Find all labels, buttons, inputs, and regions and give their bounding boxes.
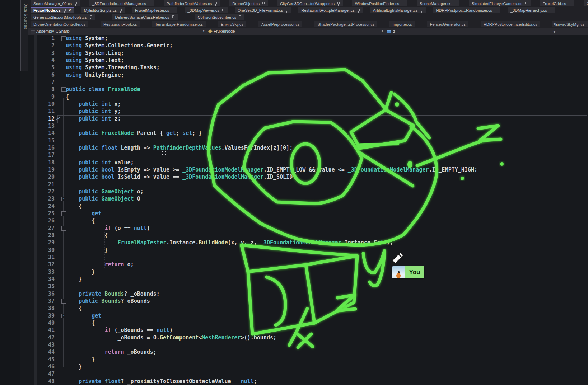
- fold-toggle-icon[interactable]: -: [61, 299, 66, 304]
- code-text: using System.Linq;: [66, 50, 124, 57]
- type-dropdown[interactable]: FruxelNode: [214, 29, 235, 33]
- tab-DroneOrientationController.cs[interactable]: DroneOrientationController.cs: [31, 21, 88, 27]
- tab-HDRPPostproc...Randomizer.cs[interactable]: HDRPPostproc...Randomizer.cs: [433, 7, 501, 13]
- line-number: 38: [28, 305, 55, 312]
- member-dropdown[interactable]: z: [393, 29, 395, 33]
- code-line-31: 31: [28, 254, 588, 261]
- pin-icon[interactable]: [119, 8, 122, 13]
- fold-toggle-icon[interactable]: -: [61, 211, 66, 216]
- pin-icon[interactable]: [285, 8, 288, 13]
- tab-_3DMapHierarchy.cs[interactable]: _3DMapHierarchy.cs: [508, 7, 555, 13]
- pin-icon[interactable]: [214, 1, 217, 6]
- pin-icon[interactable]: [524, 1, 528, 6]
- tab-HDRPPostproce...izerEditor.cs[interactable]: HDRPPostproce...izerEditor.cs: [481, 21, 540, 27]
- tab-PathfinderDepthValues.cs[interactable]: PathfinderDepthValues.cs: [164, 0, 220, 6]
- code-line-46: 46 }: [28, 363, 588, 370]
- tab-label: OneSec3D_FileFormat.cs: [238, 8, 283, 13]
- pin-icon[interactable]: [221, 8, 225, 13]
- tab-Importer.cs[interactable]: Importer.cs: [389, 21, 415, 27]
- pin-icon[interactable]: [171, 8, 174, 13]
- code-text: }: [66, 276, 82, 283]
- tab-MyEditorScripts.cs[interactable]: MyEditorScripts.cs: [81, 7, 125, 13]
- code-text: return _oBounds;: [66, 348, 157, 356]
- tab-ShaderPackage...stProcessor.cs[interactable]: ShaderPackage...stProcessor.cs: [314, 21, 377, 27]
- code-line-24: 24 {: [28, 203, 588, 210]
- pin-icon[interactable]: [453, 1, 457, 6]
- overflow-caret-icon[interactable]: ▼: [553, 22, 556, 26]
- presence-badge: You: [392, 266, 424, 278]
- tab-FruxelNode.cs[interactable]: FruxelNode.cs×: [31, 7, 74, 13]
- pin-icon[interactable]: [74, 1, 77, 6]
- tab-FruxelMapTester.cs[interactable]: FruxelMapTester.cs: [132, 7, 177, 13]
- pin-icon[interactable]: [63, 8, 66, 13]
- fold-toggle-icon[interactable]: -: [61, 87, 66, 92]
- code-line-27: 27- if (o == null): [28, 225, 588, 232]
- pin-icon[interactable]: [420, 8, 423, 13]
- code-text: {: [66, 319, 95, 327]
- pin-icon[interactable]: [568, 1, 571, 6]
- code-line-23: 23- public GameObject O: [28, 195, 588, 202]
- fold-toggle-icon[interactable]: -: [61, 226, 66, 231]
- tab-DroneObject.cs[interactable]: DroneObject.cs: [229, 0, 268, 6]
- pin-icon[interactable]: [238, 15, 242, 19]
- pin-icon[interactable]: [262, 1, 265, 6]
- tab-label: _3DFoundatio...delManager.cs: [92, 1, 146, 6]
- line-number: 34: [28, 276, 55, 283]
- dropdown-caret-icon[interactable]: ▾: [203, 29, 205, 33]
- pin-icon[interactable]: [549, 8, 552, 13]
- tab-SimulatedFisheyeCamera.cs[interactable]: SimulatedFisheyeCamera.cs: [469, 0, 531, 6]
- tab-DeliverySurfaceClassHelper.cs[interactable]: DeliverySurfaceClassHelper.cs: [112, 14, 178, 20]
- tab-TerrainLayerRandomizer.cs[interactable]: TerrainLayerRandomizer.cs: [152, 21, 206, 27]
- tab-SceneManager_02.cs[interactable]: SceneManager_02.cs: [31, 0, 80, 6]
- tab-CollisionSubscriber.cs[interactable]: CollisionSubscriber.cs: [195, 14, 245, 20]
- fold-toggle-icon[interactable]: -: [61, 314, 66, 318]
- tab-label: AssetPreprocessor.cs: [261, 22, 299, 27]
- pin-icon[interactable]: [148, 1, 151, 6]
- tab-ArtificialLightsManager.cs[interactable]: ArtificialLightsManager.cs: [370, 7, 426, 13]
- tab-_3DFoundatio...delManager.cs[interactable]: _3DFoundatio...delManager.cs: [89, 0, 154, 6]
- tab-WindowPositionFinder.cs[interactable]: WindowPositionFinder.cs: [352, 0, 407, 6]
- tab-CityGen3DGen...torWrapper.cs[interactable]: CityGen3DGen...torWrapper.cs: [277, 0, 343, 6]
- line-number: 5: [28, 64, 55, 71]
- tab-OneSec3D_FileFormat.cs[interactable]: OneSec3D_FileFormat.cs: [235, 7, 291, 13]
- pin-icon[interactable]: [401, 1, 405, 6]
- tab-Config.cs[interactable]: Config.cs: [584, 0, 588, 6]
- tab-label: FruxelMapTester.cs: [135, 8, 169, 13]
- tab-label: Config.cs: [587, 1, 588, 6]
- tab-FruxelGrid.cs[interactable]: FruxelGrid.cs: [540, 0, 574, 6]
- close-icon[interactable]: ×: [69, 8, 71, 13]
- tab-EnviroSkyMgr.cs[interactable]: EnviroSkyMgr.cs: [552, 21, 588, 27]
- line-number: 45: [28, 356, 55, 363]
- code-text: get: [66, 210, 101, 217]
- sidebar-tab-data-sources[interactable]: Data Sources: [20, 0, 28, 71]
- code-line-25: 25- get: [28, 210, 588, 217]
- line-number: 47: [28, 370, 55, 377]
- tab-Generator2ExportMapTools.cs[interactable]: Generator2ExportMapTools.cs: [31, 14, 95, 20]
- tab-RestaurantHo...pleManager.cs[interactable]: RestaurantHo...pleManager.cs: [298, 7, 363, 13]
- tab-RestaurantHook.cs[interactable]: RestaurantHook.cs: [101, 21, 140, 27]
- pin-icon[interactable]: [89, 15, 92, 19]
- fold-toggle-icon[interactable]: -: [61, 197, 66, 201]
- tab-EnviroSky.cs[interactable]: EnviroSky.cs: [218, 21, 246, 27]
- tab-_3DMapViewer.cs[interactable]: _3DMapViewer.cs: [185, 7, 227, 13]
- line-number: 43: [28, 341, 55, 348]
- pin-icon[interactable]: [357, 8, 360, 13]
- code-text: }: [66, 247, 108, 254]
- code-editor[interactable]: 1-using System;2using System.Collections…: [28, 35, 588, 385]
- pin-icon[interactable]: [494, 8, 498, 13]
- tab-SceneManager.cs[interactable]: SceneManager.cs: [417, 0, 459, 6]
- dropdown-caret-icon[interactable]: ▾: [382, 29, 383, 33]
- fold-toggle-icon[interactable]: -: [61, 36, 66, 41]
- tab-AssetPreprocessor.cs[interactable]: AssetPreprocessor.cs: [258, 21, 302, 27]
- code-line-7: 7: [28, 79, 588, 86]
- tab-FencesGenerator.cs[interactable]: FencesGenerator.cs: [427, 21, 468, 27]
- line-number: 9: [28, 93, 55, 100]
- code-text: if (o == null): [66, 225, 150, 232]
- pin-icon[interactable]: [172, 15, 175, 19]
- code-line-48: 48 private float? _proximityToClosestObs…: [28, 378, 588, 385]
- pin-icon[interactable]: [337, 1, 340, 6]
- line-number: 16: [28, 144, 55, 151]
- overflow-caret-icon[interactable]: ▼: [553, 30, 556, 34]
- project-dropdown[interactable]: Assembly-CSharp: [36, 29, 70, 33]
- code-text: public float Length => PathfinderDepthVa…: [66, 144, 293, 151]
